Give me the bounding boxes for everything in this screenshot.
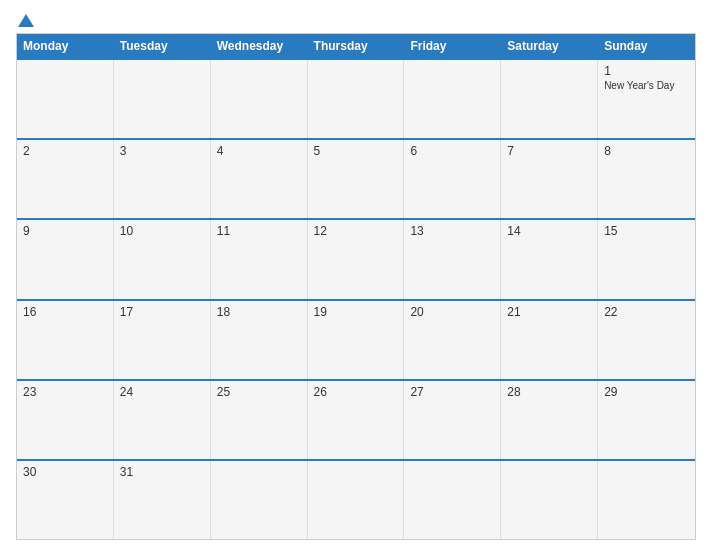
calendar-day-cell [501,461,598,539]
day-number: 9 [23,224,107,238]
day-number: 25 [217,385,301,399]
day-number: 12 [314,224,398,238]
calendar-day-cell [404,60,501,138]
day-number: 2 [23,144,107,158]
day-number: 20 [410,305,494,319]
calendar-day-cell: 2 [17,140,114,218]
calendar-day-cell: 10 [114,220,211,298]
logo [16,14,36,27]
calendar-week-row: 23242526272829 [17,379,695,459]
day-number: 14 [507,224,591,238]
day-number: 11 [217,224,301,238]
day-number: 27 [410,385,494,399]
day-number: 30 [23,465,107,479]
day-number: 15 [604,224,689,238]
calendar-day-cell [17,60,114,138]
calendar-day-cell: 8 [598,140,695,218]
calendar-day-cell: 28 [501,381,598,459]
calendar-day-cell: 15 [598,220,695,298]
calendar-day-cell: 1New Year's Day [598,60,695,138]
day-number: 6 [410,144,494,158]
day-number: 1 [604,64,689,78]
calendar-day-cell [308,60,405,138]
calendar-header-cell: Thursday [308,34,405,58]
calendar-week-row: 3031 [17,459,695,539]
page-header [16,14,696,27]
calendar-day-cell: 20 [404,301,501,379]
calendar-day-cell: 31 [114,461,211,539]
calendar-day-cell [501,60,598,138]
calendar-day-cell [404,461,501,539]
calendar-header-cell: Saturday [501,34,598,58]
calendar-grid: MondayTuesdayWednesdayThursdayFridaySatu… [16,33,696,540]
day-number: 3 [120,144,204,158]
day-number: 26 [314,385,398,399]
day-number: 13 [410,224,494,238]
calendar-day-cell: 5 [308,140,405,218]
calendar-day-cell: 30 [17,461,114,539]
calendar-header-cell: Wednesday [211,34,308,58]
day-number: 7 [507,144,591,158]
calendar-day-cell: 25 [211,381,308,459]
calendar-day-cell: 26 [308,381,405,459]
day-number: 8 [604,144,689,158]
calendar-week-row: 2345678 [17,138,695,218]
calendar-day-cell: 11 [211,220,308,298]
calendar-day-cell: 21 [501,301,598,379]
calendar-body: 1New Year's Day2345678910111213141516171… [17,58,695,539]
day-number: 16 [23,305,107,319]
calendar-day-cell: 4 [211,140,308,218]
calendar-header-row: MondayTuesdayWednesdayThursdayFridaySatu… [17,34,695,58]
calendar-week-row: 1New Year's Day [17,58,695,138]
calendar-header-cell: Sunday [598,34,695,58]
day-number: 19 [314,305,398,319]
day-number: 17 [120,305,204,319]
calendar-day-cell [211,60,308,138]
calendar-day-cell: 12 [308,220,405,298]
calendar-header-cell: Tuesday [114,34,211,58]
calendar-page: MondayTuesdayWednesdayThursdayFridaySatu… [0,0,712,550]
calendar-day-cell: 22 [598,301,695,379]
calendar-day-cell: 17 [114,301,211,379]
calendar-day-cell: 24 [114,381,211,459]
day-number: 24 [120,385,204,399]
calendar-day-cell [308,461,405,539]
calendar-day-cell [598,461,695,539]
calendar-day-cell: 23 [17,381,114,459]
calendar-week-row: 9101112131415 [17,218,695,298]
calendar-day-cell: 9 [17,220,114,298]
calendar-header-cell: Monday [17,34,114,58]
calendar-day-cell: 3 [114,140,211,218]
calendar-day-cell: 6 [404,140,501,218]
day-number: 18 [217,305,301,319]
calendar-day-cell: 16 [17,301,114,379]
calendar-day-cell [211,461,308,539]
calendar-day-cell: 19 [308,301,405,379]
calendar-day-cell: 18 [211,301,308,379]
day-number: 5 [314,144,398,158]
calendar-header-cell: Friday [404,34,501,58]
day-number: 4 [217,144,301,158]
day-number: 28 [507,385,591,399]
day-number: 22 [604,305,689,319]
day-number: 31 [120,465,204,479]
day-number: 21 [507,305,591,319]
logo-triangle-icon [18,14,34,27]
calendar-day-cell: 7 [501,140,598,218]
calendar-day-cell: 13 [404,220,501,298]
day-number: 29 [604,385,689,399]
calendar-day-cell: 27 [404,381,501,459]
calendar-week-row: 16171819202122 [17,299,695,379]
calendar-day-cell: 29 [598,381,695,459]
event-label: New Year's Day [604,80,689,91]
day-number: 23 [23,385,107,399]
calendar-day-cell: 14 [501,220,598,298]
calendar-day-cell [114,60,211,138]
day-number: 10 [120,224,204,238]
